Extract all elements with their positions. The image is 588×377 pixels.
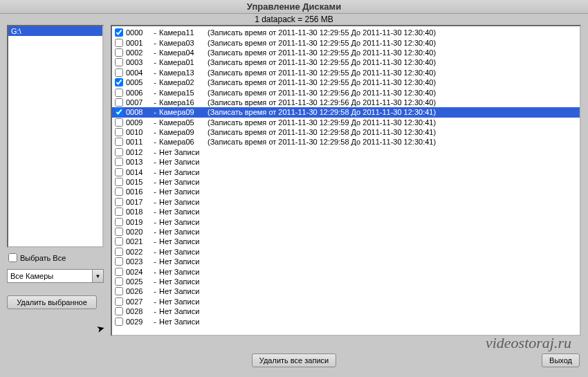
record-row[interactable]: 0010-Камера09(Записать время от 2011-11-… — [112, 127, 580, 137]
record-row[interactable]: 0026-Нет Записи — [112, 286, 580, 296]
separator: - — [151, 237, 159, 246]
record-info: (Записать время от 2011-11-30 12:29:58 Д… — [208, 108, 436, 116]
record-row[interactable]: 0021-Нет Записи — [112, 237, 580, 246]
record-checkbox[interactable] — [115, 237, 123, 246]
record-checkbox[interactable] — [115, 268, 123, 276]
record-checkbox[interactable] — [115, 148, 123, 156]
record-checkbox[interactable] — [115, 118, 123, 127]
record-checkbox[interactable] — [115, 128, 123, 136]
record-row[interactable]: 0018-Нет Записи — [112, 207, 580, 217]
record-id: 0002 — [126, 48, 151, 57]
record-row[interactable]: 0013-Нет Записи — [112, 157, 580, 167]
record-row[interactable]: 0016-Нет Записи — [112, 187, 580, 196]
record-checkbox[interactable] — [115, 68, 123, 77]
record-id: 0023 — [126, 257, 151, 266]
record-checkbox[interactable] — [115, 208, 123, 216]
record-checkbox[interactable] — [115, 248, 123, 256]
record-id: 0026 — [126, 287, 151, 295]
record-checkbox[interactable] — [115, 98, 123, 107]
separator: - — [151, 318, 159, 326]
record-camera: Нет Записи — [159, 248, 208, 256]
record-checkbox[interactable] — [115, 318, 123, 326]
record-row[interactable]: 0000-Камера11(Записать время от 2011-11-… — [112, 28, 580, 37]
record-checkbox[interactable] — [115, 108, 123, 116]
record-row[interactable]: 0005-Камера02(Записать время от 2011-11-… — [112, 77, 580, 87]
separator: - — [151, 128, 159, 136]
record-checkbox[interactable] — [115, 158, 123, 166]
record-checkbox[interactable] — [115, 28, 123, 37]
record-id: 0025 — [126, 277, 151, 286]
separator: - — [151, 218, 159, 226]
record-info: (Записать время от 2011-11-30 12:29:55 Д… — [208, 28, 436, 37]
record-camera: Нет Записи — [159, 218, 208, 226]
record-row[interactable]: 0029-Нет Записи — [112, 316, 580, 326]
record-row[interactable]: 0019-Нет Записи — [112, 217, 580, 226]
record-row[interactable]: 0017-Нет Записи — [112, 197, 580, 207]
record-row[interactable]: 0008-Камера09(Записать время от 2011-11-… — [112, 107, 580, 117]
record-camera: Камера11 — [159, 28, 208, 37]
record-row[interactable]: 0020-Нет Записи — [112, 227, 580, 237]
record-checkbox[interactable] — [115, 39, 123, 47]
record-checkbox[interactable] — [115, 58, 123, 66]
separator: - — [151, 28, 159, 37]
record-row[interactable]: 0004-Камера13(Записать время от 2011-11-… — [112, 68, 580, 77]
separator: - — [151, 108, 159, 116]
record-checkbox[interactable] — [115, 187, 123, 196]
record-checkbox[interactable] — [115, 198, 123, 206]
record-info: (Записать время от 2011-11-30 12:29:56 Д… — [208, 98, 436, 107]
separator: - — [151, 158, 159, 166]
record-checkbox[interactable] — [115, 257, 123, 266]
record-info: (Записать время от 2011-11-30 12:29:58 Д… — [208, 128, 436, 136]
record-row[interactable]: 0009-Камера05(Записать время от 2011-11-… — [112, 118, 580, 127]
record-row[interactable]: 0027-Нет Записи — [112, 297, 580, 306]
record-row[interactable]: 0001-Камера03(Записать время от 2011-11-… — [112, 37, 580, 47]
exit-button[interactable]: Выход — [542, 353, 580, 367]
record-row[interactable]: 0025-Нет Записи — [112, 277, 580, 286]
separator: - — [151, 208, 159, 216]
record-checkbox[interactable] — [115, 297, 123, 306]
record-checkbox[interactable] — [115, 218, 123, 226]
record-row[interactable]: 0024-Нет Записи — [112, 266, 580, 276]
record-info: (Записать время от 2011-11-30 12:29:55 Д… — [208, 48, 436, 57]
drive-list[interactable]: G:\ — [7, 25, 104, 248]
record-checkbox[interactable] — [115, 78, 123, 86]
records-list[interactable]: 0000-Камера11(Записать время от 2011-11-… — [111, 25, 581, 336]
record-row[interactable]: 0012-Нет Записи — [112, 147, 580, 157]
record-checkbox[interactable] — [115, 277, 123, 286]
select-all-checkbox[interactable] — [8, 253, 17, 262]
delete-all-button[interactable]: Удалить все записи — [252, 353, 336, 367]
record-id: 0014 — [126, 168, 151, 176]
record-row[interactable]: 0028-Нет Записи — [112, 306, 580, 316]
record-row[interactable]: 0023-Нет Записи — [112, 257, 580, 266]
separator: - — [151, 198, 159, 206]
select-all-label: Выбрать Все — [20, 254, 66, 262]
record-camera: Камера13 — [159, 68, 208, 77]
separator: - — [151, 277, 159, 286]
record-id: 0016 — [126, 187, 151, 196]
record-row[interactable]: 0003-Камера01(Записать время от 2011-11-… — [112, 57, 580, 67]
drive-item[interactable]: G:\ — [8, 26, 102, 36]
record-camera: Нет Записи — [159, 287, 208, 295]
camera-filter-select[interactable]: Все Камеры ▼ — [7, 269, 104, 283]
record-row[interactable]: 0011-Камера06(Записать время от 2011-11-… — [112, 137, 580, 147]
record-checkbox[interactable] — [115, 287, 123, 295]
record-row[interactable]: 0022-Нет Записи — [112, 247, 580, 257]
record-row[interactable]: 0006-Камера15(Записать время от 2011-11-… — [112, 87, 580, 97]
record-checkbox[interactable] — [115, 228, 123, 236]
record-id: 0004 — [126, 68, 151, 77]
delete-selected-button[interactable]: Удалить выбранное — [7, 295, 97, 309]
record-id: 0028 — [126, 307, 151, 315]
record-row[interactable]: 0014-Нет Записи — [112, 167, 580, 176]
record-checkbox[interactable] — [115, 89, 123, 97]
record-checkbox[interactable] — [115, 168, 123, 176]
record-row[interactable]: 0015-Нет Записи — [112, 177, 580, 187]
record-checkbox[interactable] — [115, 178, 123, 186]
record-row[interactable]: 0007-Камера16(Записать время от 2011-11-… — [112, 98, 580, 107]
record-checkbox[interactable] — [115, 48, 123, 57]
record-camera: Нет Записи — [159, 257, 208, 266]
record-camera: Нет Записи — [159, 187, 208, 196]
record-checkbox[interactable] — [115, 138, 123, 146]
separator: - — [151, 248, 159, 256]
record-checkbox[interactable] — [115, 307, 123, 315]
record-row[interactable]: 0002-Камера04(Записать время от 2011-11-… — [112, 48, 580, 57]
